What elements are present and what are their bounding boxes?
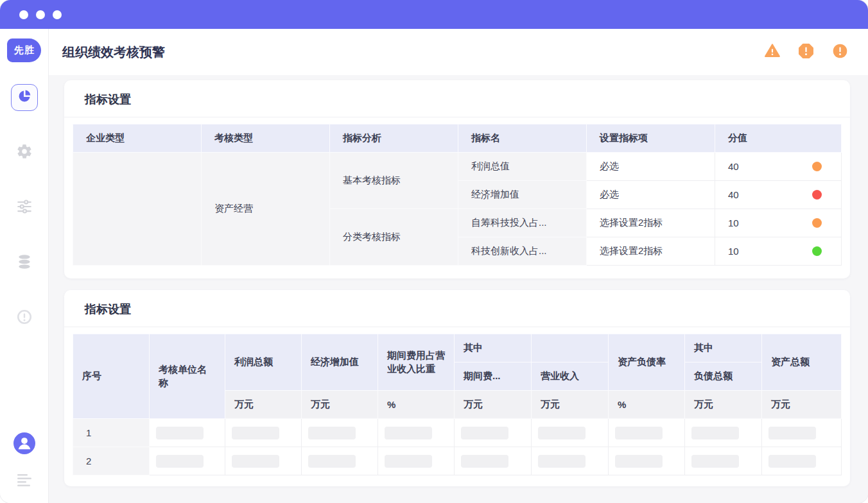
status-dot [812,246,822,256]
sidebar-item-settings[interactable] [11,139,38,166]
cell-placeholder [685,419,762,447]
col-no: 序号 [73,334,150,419]
cell-indicator-name: 科技创新收入占... [458,237,587,266]
skeleton-placeholder [768,455,816,468]
warning-octagon-icon[interactable] [797,42,815,62]
unit-cell: 万元 [455,391,532,419]
content-area: 指标设置 企业类型 考核类型 指标分析 [49,75,868,503]
sidebar-item-data[interactable] [11,250,38,277]
cell-placeholder [225,447,302,475]
cell-placeholder [609,419,685,447]
cell-placeholder [532,419,609,447]
table-row: 资产经营 基本考核指标 利润总值 必选 40 [73,153,842,181]
sidebar-item-alerts[interactable] [11,305,38,332]
user-avatar[interactable] [13,432,35,457]
skeleton-placeholder [385,427,432,439]
cell-placeholder [225,419,302,447]
cell-indicator-setting: 必选 [587,181,715,209]
skeleton-placeholder [461,427,508,439]
window-control-dot[interactable] [53,10,62,19]
window-control-dot[interactable] [19,10,28,19]
col-total-debt: 负债总额 [685,362,762,391]
sidebar-item-filters[interactable] [11,194,38,221]
page-title: 组织绩效考核预警 [62,44,165,61]
gear-icon [16,143,33,162]
cell-score: 40 [715,181,842,209]
score-value: 10 [728,246,739,257]
col-indicator-analysis: 指标分析 [330,124,458,153]
unit-cell: 万元 [685,391,762,419]
cell-indicator-name: 自筹科技投入占... [458,209,587,237]
status-dot [812,162,822,171]
indicator-table: 企业类型 考核类型 指标分析 指标名 设置指标项 分值 [73,124,842,266]
col-revenue: 营业收入 [532,362,609,391]
window-titlebar [0,0,868,29]
unit-data-table: 序号 考核单位名称 利润总额 经济增加值 期间费用占营业收入比重 其中 资产负债… [73,334,842,475]
skeleton-placeholder [308,427,356,439]
skeleton-placeholder [615,427,663,439]
cell-placeholder [455,447,532,475]
unit-cell: 万元 [302,391,378,419]
cell-score: 10 [715,209,842,237]
unit-cell: 万元 [532,391,609,419]
col-score: 分值 [715,124,842,153]
indicator-settings-card-1: 指标设置 企业类型 考核类型 指标分析 [64,80,850,278]
skeleton-placeholder [232,455,279,468]
cell-placeholder [762,419,842,447]
cell-analysis-basic: 基本考核指标 [330,153,458,209]
col-among-1: 其中 [455,334,532,362]
alert-circle-icon [16,309,33,328]
col-profit: 利润总额 [225,334,302,391]
score-value: 10 [728,217,739,228]
list-icon[interactable] [16,473,33,490]
unit-cell: 万元 [762,391,842,419]
cell-placeholder [302,447,378,475]
page-header: 组织绩效考核预警 [49,29,868,75]
col-eva: 经济增加值 [302,334,378,391]
warning-triangle-icon[interactable] [764,42,781,62]
unit-cell: % [609,391,685,419]
skeleton-placeholder [691,427,739,439]
cell-placeholder [762,447,842,475]
col-expense-ratio: 期间费用占营业收入比重 [378,334,455,391]
col-among-2: 其中 [685,334,762,362]
status-dot [812,218,822,228]
skeleton-placeholder [385,455,432,468]
cell-placeholder [150,447,225,475]
cell-score: 10 [715,237,842,266]
cell-placeholder [302,419,378,447]
cell-placeholder [150,419,225,447]
score-value: 40 [728,161,739,172]
skeleton-placeholder [308,455,356,468]
skeleton-placeholder [232,427,279,439]
cell-indicator-setting: 必选 [587,153,715,181]
card-title: 指标设置 [64,290,850,327]
skeleton-placeholder [691,455,739,468]
cell-row-no: 1 [73,419,150,447]
cell-indicator-setting: 选择设置2指标 [587,209,715,237]
cell-enterprise-type [73,153,202,266]
warning-circle-icon[interactable] [831,42,849,62]
col-period-fee: 期间费... [455,362,532,391]
cell-analysis-classified: 分类考核指标 [330,209,458,266]
score-value: 40 [728,189,739,200]
unit-cell: % [378,391,455,419]
col-debt-ratio: 资产负债率 [609,334,685,391]
col-indicator-name: 指标名 [458,124,587,153]
status-dot [812,190,822,200]
unit-cell: 万元 [225,391,302,419]
window-control-dot[interactable] [36,10,45,19]
cell-indicator-name: 利润总值 [458,153,587,181]
sliders-icon [16,198,33,217]
sidebar-item-dashboard[interactable] [11,84,38,111]
skeleton-placeholder [538,455,586,468]
table-row: 2 [73,447,842,475]
skeleton-placeholder [768,427,816,439]
cell-placeholder [685,447,762,475]
col-assessment-type: 考核类型 [202,124,330,153]
cell-assessment-type: 资产经营 [202,153,330,266]
col-empty [532,334,609,362]
app-window: 先胜 [0,0,868,503]
cell-placeholder [609,447,685,475]
table-row: 1 [73,419,842,447]
